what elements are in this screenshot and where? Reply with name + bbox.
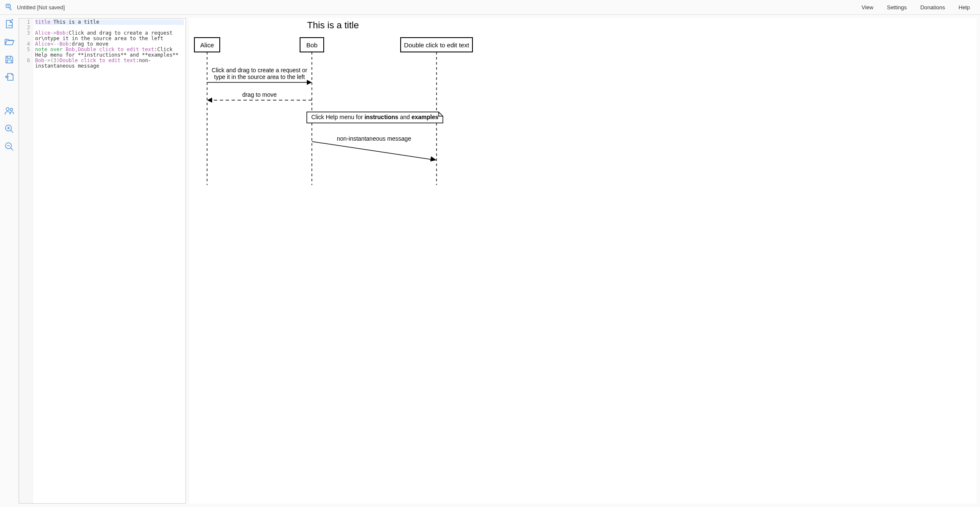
top-bar: Untitled [Not saved] View Settings Donat…: [0, 0, 980, 15]
left-toolbar: new: [0, 15, 19, 507]
menu-view[interactable]: View: [862, 4, 874, 11]
code-line[interactable]: title This is a title: [35, 19, 184, 25]
svg-text:Alice: Alice: [200, 41, 214, 49]
sequence-diagram[interactable]: This is a title Alice Bob Double click t…: [189, 18, 477, 187]
svg-line-6: [11, 130, 13, 133]
topbar-left: Untitled [Not saved]: [5, 3, 65, 11]
diagram-canvas[interactable]: This is a title Alice Bob Double click t…: [189, 18, 977, 504]
participant-bob[interactable]: Bob: [300, 38, 324, 52]
main-area: new 1 2 3 4 5 6 title This is a: [0, 15, 980, 507]
participant-double-click[interactable]: Double click to edit text: [401, 38, 472, 52]
svg-text:Click and drag to create a req: Click and drag to create a request or: [212, 67, 308, 74]
svg-line-10: [11, 148, 13, 150]
export-icon[interactable]: [4, 72, 14, 82]
svg-text:new: new: [8, 24, 12, 27]
topbar-menu: View Settings Donations Help: [862, 4, 975, 11]
save-icon[interactable]: [4, 55, 14, 65]
zoom-out-icon[interactable]: [4, 142, 14, 152]
svg-text:type it in the source area to : type it in the source area to the left: [214, 74, 305, 80]
svg-text:Click Help menu for instructio: Click Help menu for instructions and exa…: [311, 114, 438, 120]
source-editor[interactable]: 1 2 3 4 5 6 title This is a title Alice-…: [19, 18, 186, 504]
svg-marker-21: [307, 80, 312, 85]
participant-alice[interactable]: Alice: [194, 38, 220, 52]
svg-text:non-instantaneous message: non-instantaneous message: [337, 135, 411, 142]
editor-code[interactable]: title This is a title Alice->Bob:Click a…: [33, 19, 186, 503]
line-number: 3: [19, 30, 30, 41]
editor-gutter: 1 2 3 4 5 6: [19, 19, 33, 503]
svg-point-4: [10, 108, 13, 111]
diagram-title[interactable]: This is a title: [307, 20, 359, 30]
menu-donations[interactable]: Donations: [920, 4, 945, 11]
svg-text:drag to move: drag to move: [242, 91, 277, 98]
document-title[interactable]: Untitled [Not saved]: [17, 4, 65, 11]
svg-marker-24: [207, 98, 212, 103]
message-non-instantaneous[interactable]: non-instantaneous message: [312, 135, 437, 161]
code-line[interactable]: Bob->(3)Double click to edit text:non-in…: [35, 58, 184, 69]
participants-icon[interactable]: [4, 106, 14, 116]
svg-point-3: [6, 108, 9, 111]
message-click-drag[interactable]: Click and drag to create a request or ty…: [207, 67, 312, 85]
svg-marker-28: [430, 156, 437, 161]
menu-settings[interactable]: Settings: [887, 4, 907, 11]
app-logo-icon: [5, 3, 14, 11]
message-drag-to-move[interactable]: drag to move: [207, 91, 312, 103]
line-number: 5: [19, 47, 30, 58]
code-line[interactable]: Alice->Bob:Click and drag to create a re…: [35, 30, 184, 41]
svg-line-27: [312, 142, 433, 160]
open-folder-icon[interactable]: [4, 37, 14, 47]
svg-text:Double click to edit text: Double click to edit text: [404, 41, 470, 49]
svg-text:Bob: Bob: [306, 41, 318, 49]
new-file-icon[interactable]: new: [4, 19, 14, 29]
line-number: 6: [19, 58, 30, 69]
menu-help[interactable]: Help: [958, 4, 970, 11]
zoom-in-icon[interactable]: [4, 124, 14, 134]
note-instructions[interactable]: Click Help menu for instructions and exa…: [307, 112, 443, 123]
code-line[interactable]: note over Bob,Double click to edit text:…: [35, 47, 184, 58]
